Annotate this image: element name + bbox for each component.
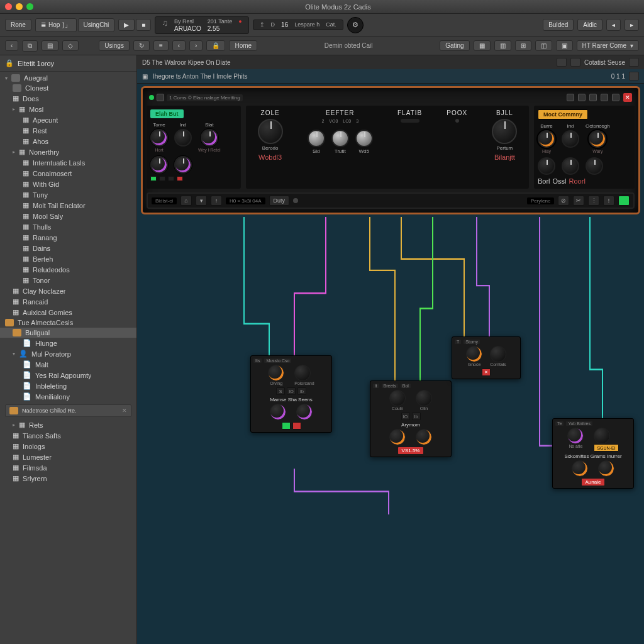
- rack-button[interactable]: [601, 94, 608, 101]
- knob[interactable]: [389, 390, 406, 406]
- up-button[interactable]: ↑: [211, 196, 222, 206]
- close-rack-button[interactable]: ✕: [623, 93, 632, 102]
- tree-item[interactable]: Clonest: [0, 83, 136, 93]
- header-button[interactable]: [557, 58, 567, 67]
- duty-button[interactable]: Duty: [269, 196, 290, 206]
- tree-item[interactable]: ▦With Gid: [0, 179, 136, 189]
- bulded-button[interactable]: Bulded: [543, 19, 574, 31]
- next-button[interactable]: ›: [189, 40, 203, 51]
- knob[interactable]: [586, 157, 603, 175]
- button[interactable]: S: [276, 387, 285, 395]
- tree-folder[interactable]: ▾Auegral: [0, 73, 136, 83]
- tree-item[interactable]: 📄Malt: [0, 359, 136, 370]
- node-arymom[interactable]: ltBreetsBol Couln Olin IOIb Arymom VS1.5…: [370, 380, 452, 457]
- knob[interactable]: [416, 390, 432, 406]
- knob[interactable]: [572, 460, 588, 477]
- view-button-3[interactable]: ⊞: [515, 40, 531, 51]
- cut-icon[interactable]: ✂: [573, 196, 584, 206]
- knob[interactable]: [598, 460, 614, 477]
- tree-item[interactable]: 📄Menilialony: [0, 391, 136, 402]
- hop-button[interactable]: ≣Hop)」: [35, 18, 77, 32]
- home-button[interactable]: Home: [229, 40, 257, 51]
- node-sckomittes[interactable]: TeYob Bnitres Ns atle SGUN-EI Sckomittes…: [552, 418, 634, 489]
- using-button[interactable]: UsingChi: [78, 18, 115, 32]
- view-button-2[interactable]: ▥: [494, 40, 511, 51]
- knob[interactable]: [562, 157, 579, 175]
- tree-item[interactable]: ▦Lumester: [0, 452, 136, 462]
- zoom-window-icon[interactable]: [26, 3, 33, 10]
- button[interactable]: IO: [401, 413, 410, 420]
- knob[interactable]: [466, 346, 482, 362]
- button[interactable]: ⋮: [588, 196, 599, 206]
- minimize-window-icon[interactable]: [16, 3, 23, 10]
- gating-button[interactable]: Gating: [440, 40, 469, 51]
- knob[interactable]: [270, 404, 286, 420]
- dropdown-button[interactable]: ▾: [196, 196, 207, 206]
- tree-item[interactable]: ▦Thulls: [0, 221, 136, 232]
- tree-item[interactable]: ▦Interntuatic Lasls: [0, 157, 136, 168]
- close-window-icon[interactable]: [5, 3, 12, 10]
- close-icon[interactable]: ✕: [122, 408, 127, 414]
- knob[interactable]: [567, 428, 584, 444]
- button[interactable]: !: [603, 196, 614, 206]
- tree-item[interactable]: ▦Filmsda: [0, 462, 136, 473]
- preset-dropdown[interactable]: HT Rarer Come▾: [577, 40, 639, 51]
- knob[interactable]: [389, 429, 406, 445]
- panel-button-2[interactable]: ▤: [42, 40, 58, 51]
- knob[interactable]: [268, 365, 284, 381]
- tree-item[interactable]: ▦Rancaid: [0, 296, 136, 307]
- knob[interactable]: [538, 157, 555, 175]
- view-button-5[interactable]: ▣: [556, 40, 573, 51]
- node-stomy[interactable]: TStomy Gnoce Comtals ✕: [452, 336, 521, 379]
- play-button[interactable]: ▶: [118, 19, 135, 31]
- slat-knob[interactable]: SlatWey l·Retel: [198, 122, 221, 152]
- nav-right-button[interactable]: ▸: [625, 19, 639, 31]
- node-mamse[interactable]: ItsMussto Cso Olving Polorcand SIOIb Mam…: [250, 355, 332, 433]
- knob[interactable]: [174, 156, 192, 174]
- tree-item[interactable]: ▦Berteh: [0, 253, 136, 264]
- refresh-button[interactable]: ↻: [133, 40, 150, 51]
- trutlt-knob[interactable]: Trutlt: [331, 130, 349, 154]
- list-button[interactable]: ≡: [153, 40, 169, 51]
- back-button[interactable]: ‹: [5, 40, 18, 51]
- knob[interactable]: [416, 429, 432, 445]
- header-button[interactable]: [570, 58, 580, 67]
- tree-item[interactable]: ▦Does: [0, 93, 136, 104]
- tree-item[interactable]: ▦Rest: [0, 125, 136, 136]
- aidic-button[interactable]: Aidic: [577, 19, 602, 31]
- ind-knob[interactable]: Ind: [174, 122, 192, 152]
- rack-button[interactable]: [157, 94, 164, 101]
- ind-knob-2[interactable]: Ind: [562, 123, 579, 153]
- tree-item[interactable]: ▦Ahos: [0, 136, 136, 147]
- tree-item[interactable]: ▸▦Rets: [0, 419, 136, 430]
- bjll-knob[interactable]: Pertum: [492, 119, 517, 151]
- header-button[interactable]: [629, 58, 639, 67]
- rack-button[interactable]: [589, 94, 597, 101]
- panel-button-3[interactable]: ◇: [62, 40, 79, 51]
- home-icon[interactable]: ⌂: [180, 196, 192, 206]
- knob[interactable]: [594, 428, 610, 444]
- lock-button[interactable]: 🔒: [206, 40, 225, 51]
- button[interactable]: Ib: [297, 387, 306, 395]
- tree-item[interactable]: ▦Tiance Safts: [0, 430, 136, 441]
- rack-button[interactable]: [578, 94, 586, 101]
- view-button-4[interactable]: ◫: [535, 40, 552, 51]
- sld-knob[interactable]: Sld: [308, 130, 325, 154]
- tree-item[interactable]: 📄Inbleleting: [0, 380, 136, 391]
- button[interactable]: [292, 422, 301, 430]
- tome-knob[interactable]: TomeHort: [150, 122, 168, 152]
- tree-item[interactable]: ▦Mool Saly: [0, 211, 136, 221]
- stop-button[interactable]: ■: [136, 19, 151, 31]
- sidebar-chip[interactable]: Nadetrose Ghilod Re. ✕: [5, 404, 131, 417]
- tree-item[interactable]: 📄Yes Ral Agpoumty: [0, 370, 136, 380]
- burre-knob[interactable]: BurreHlay: [538, 123, 555, 153]
- button[interactable]: Ib: [412, 413, 421, 420]
- tree-item[interactable]: Bullgual: [0, 328, 136, 338]
- button[interactable]: ✕: [482, 369, 491, 376]
- knob[interactable]: [296, 404, 313, 420]
- rone-button[interactable]: Rone: [5, 19, 31, 31]
- button[interactable]: [282, 422, 291, 430]
- tree-folder[interactable]: Tue AlmectaCesis: [0, 318, 136, 328]
- tree-item[interactable]: ▦Molt Tail Enclator: [0, 200, 136, 211]
- tree-item[interactable]: 📄Hlunge: [0, 338, 136, 348]
